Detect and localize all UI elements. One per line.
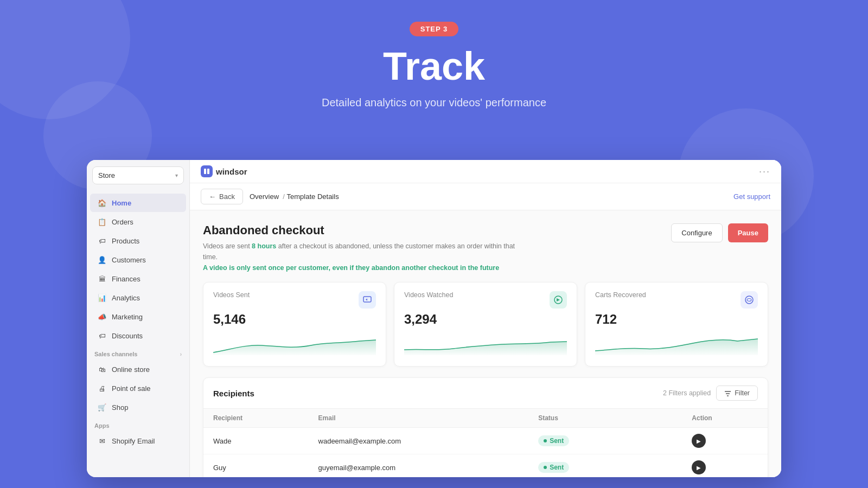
stat-value-videos-sent: 5,146 bbox=[213, 312, 376, 327]
sidebar-item-label: Orders bbox=[112, 218, 133, 226]
status-badge: Sent bbox=[538, 462, 569, 473]
store-selector[interactable]: Store ▾ bbox=[92, 166, 184, 184]
play-button[interactable]: ▶ bbox=[692, 460, 706, 474]
recipient-action: ▶ bbox=[682, 454, 768, 478]
online-store-icon: 🛍 bbox=[98, 365, 106, 374]
sidebar-nav: 🏠 Home 📋 Orders 🏷 Products 👤 Customers 🏛… bbox=[87, 191, 189, 477]
breadcrumb-current: Template Details bbox=[287, 192, 339, 201]
page-header: STEP 3 Track Detailed analytics on your … bbox=[0, 0, 868, 109]
sidebar-item-marketing[interactable]: 📣 Marketing bbox=[90, 307, 186, 326]
finances-icon: 🏛 bbox=[98, 274, 106, 283]
point-of-sale-icon: 🖨 bbox=[98, 384, 106, 393]
svg-point-4 bbox=[745, 296, 753, 304]
analytics-icon: 📊 bbox=[98, 293, 106, 302]
sidebar-item-customers[interactable]: 👤 Customers bbox=[90, 251, 186, 269]
marketing-icon: 📣 bbox=[98, 312, 106, 321]
back-button[interactable]: ← Back bbox=[201, 189, 243, 204]
status-badge: Sent bbox=[538, 435, 569, 446]
sidebar-item-online-store[interactable]: 🛍 Online store bbox=[90, 360, 186, 378]
play-button[interactable]: ▶ bbox=[692, 434, 706, 448]
windsor-logo: windsor bbox=[201, 165, 247, 177]
orders-icon: 📋 bbox=[98, 217, 106, 226]
recipients-table: Recipient Email Status Action Wade wadee… bbox=[203, 409, 768, 477]
sidebar-item-finances[interactable]: 🏛 Finances bbox=[90, 269, 186, 288]
table-header: Recipient Email Status Action bbox=[203, 409, 768, 428]
configure-button[interactable]: Configure bbox=[671, 223, 722, 242]
recipient-status: Sent bbox=[528, 428, 682, 454]
shop-icon: 🛒 bbox=[98, 403, 106, 412]
action-buttons: Configure Pause bbox=[671, 223, 768, 242]
store-selector-arrow: ▾ bbox=[175, 172, 178, 178]
app-window: Store ▾ 🏠 Home 📋 Orders 🏷 Products 👤 Cus… bbox=[87, 160, 781, 477]
content-area: Abandoned checkout Videos are sent 8 hou… bbox=[190, 210, 781, 477]
svg-point-5 bbox=[747, 299, 751, 301]
status-label: Sent bbox=[550, 437, 564, 445]
sidebar: Store ▾ 🏠 Home 📋 Orders 🏷 Products 👤 Cus… bbox=[87, 160, 190, 477]
sidebar-item-label: Online store bbox=[112, 365, 150, 374]
stat-value-carts-recovered: 712 bbox=[595, 312, 758, 327]
sidebar-item-label: Finances bbox=[112, 275, 141, 283]
col-email: Email bbox=[309, 409, 529, 428]
breadcrumb: Overview / Template Details bbox=[250, 192, 339, 201]
stat-header: Videos Watched bbox=[404, 291, 567, 309]
sidebar-item-label: Shopify Email bbox=[112, 437, 155, 445]
recipient-action: ▶ bbox=[682, 428, 768, 454]
stat-header: Videos Sent bbox=[213, 291, 376, 309]
sidebar-item-analytics[interactable]: 📊 Analytics bbox=[90, 288, 186, 307]
sidebar-item-shopify-email[interactable]: ✉ Shopify Email bbox=[90, 432, 186, 450]
filters-applied-text: 2 Filters applied bbox=[663, 389, 711, 397]
sidebar-item-point-of-sale[interactable]: 🖨 Point of sale bbox=[90, 379, 186, 397]
filter-icon bbox=[724, 390, 731, 397]
sidebar-item-home[interactable]: 🏠 Home bbox=[90, 194, 186, 212]
breadcrumb-overview: Overview bbox=[250, 192, 279, 201]
chart-carts-recovered bbox=[595, 333, 758, 355]
sidebar-item-products[interactable]: 🏷 Products bbox=[90, 232, 186, 250]
page-subtitle: Detailed analytics on your videos' perfo… bbox=[0, 97, 868, 109]
table-row: Guy guyemail@example.com Sent ▶ bbox=[203, 454, 768, 478]
recipients-header: Recipients 2 Filters applied Filter bbox=[203, 378, 768, 409]
discounts-icon: 🏷 bbox=[98, 331, 106, 340]
more-options-button[interactable]: ··· bbox=[759, 166, 770, 177]
recipients-title: Recipients bbox=[213, 389, 254, 398]
section-title: Abandoned checkout bbox=[203, 223, 518, 237]
breadcrumb-bar: ← Back Overview / Template Details Get s… bbox=[190, 183, 781, 210]
stat-icon-videos-sent bbox=[359, 291, 376, 309]
section-actions: Abandoned checkout Videos are sent 8 hou… bbox=[203, 223, 768, 273]
sales-channels-label: Sales channels bbox=[94, 351, 138, 357]
status-label: Sent bbox=[550, 464, 564, 471]
main-content: windsor ··· ← Back Overview / Template D… bbox=[190, 160, 781, 477]
back-arrow-icon: ← bbox=[209, 192, 216, 201]
stat-value-videos-watched: 3,294 bbox=[404, 312, 567, 327]
back-button-label: Back bbox=[219, 192, 235, 201]
sidebar-item-orders[interactable]: 📋 Orders bbox=[90, 213, 186, 231]
shopify-email-icon: ✉ bbox=[98, 436, 106, 445]
stat-icon-carts-recovered bbox=[741, 291, 758, 309]
topbar-left: windsor bbox=[201, 165, 247, 177]
customers-icon: 👤 bbox=[98, 255, 106, 264]
logo-icon bbox=[201, 165, 213, 177]
sidebar-item-label: Shop bbox=[112, 403, 128, 412]
highlight-hours: 8 hours bbox=[252, 242, 276, 250]
col-action: Action bbox=[682, 409, 768, 428]
sidebar-item-label: Home bbox=[112, 199, 131, 207]
pause-button[interactable]: Pause bbox=[728, 223, 768, 242]
sidebar-item-discounts[interactable]: 🏷 Discounts bbox=[90, 326, 186, 345]
sidebar-item-label: Customers bbox=[112, 256, 146, 264]
sidebar-item-label: Analytics bbox=[112, 294, 140, 302]
page-title: Track bbox=[0, 45, 868, 88]
recipient-name: Wade bbox=[203, 428, 309, 454]
stat-icon-videos-watched bbox=[550, 291, 567, 309]
stat-card-carts-recovered: Carts Recovered 712 bbox=[585, 282, 768, 367]
breadcrumb-left: ← Back Overview / Template Details bbox=[201, 189, 339, 204]
stat-label-videos-sent: Videos Sent bbox=[213, 291, 250, 299]
chart-videos-watched bbox=[404, 333, 567, 355]
home-icon: 🏠 bbox=[98, 198, 106, 207]
chevron-icon: › bbox=[180, 351, 182, 357]
recipient-email: wadeemail@example.com bbox=[309, 428, 529, 454]
recipient-name: Guy bbox=[203, 454, 309, 478]
sidebar-item-shop[interactable]: 🛒 Shop bbox=[90, 398, 186, 416]
store-selector-label: Store bbox=[98, 171, 115, 179]
filter-button[interactable]: Filter bbox=[716, 386, 758, 401]
get-support-link[interactable]: Get support bbox=[733, 192, 770, 201]
products-icon: 🏷 bbox=[98, 236, 106, 245]
